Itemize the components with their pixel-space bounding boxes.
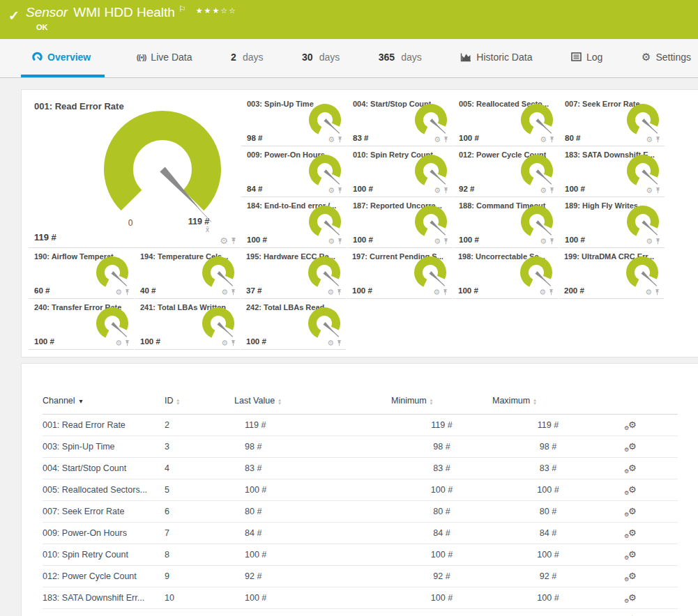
pin-icon[interactable] — [549, 238, 555, 245]
gauge-tile[interactable]: 194: Temperature Cels... 40 # ⚙ — [135, 248, 240, 299]
tab-2-days[interactable]: 2 days — [224, 39, 270, 77]
gear-icon[interactable]: ⚙ — [115, 288, 122, 296]
gear-icon[interactable]: ⚙ — [540, 238, 547, 245]
gauge-tile[interactable]: 009: Power-On Hours 84 # ⚙ — [241, 146, 347, 197]
pin-icon[interactable] — [124, 288, 130, 296]
gear-icon[interactable]: ⚙ — [115, 339, 122, 347]
gear-icon[interactable]: ⚙ — [539, 288, 546, 296]
channel-name[interactable]: 003: Spin-Up Time — [43, 436, 165, 458]
gauge-tile[interactable]: 198: Uncorrectable Se... 100 # ⚙ — [453, 248, 558, 299]
gear-icon[interactable]: ⚙ — [434, 136, 441, 144]
pin-icon[interactable] — [337, 238, 343, 245]
gear-icon[interactable]: ⚙ — [328, 136, 335, 144]
pin-icon[interactable] — [654, 288, 660, 296]
channel-settings-icon[interactable]: ⚙⚙ — [625, 442, 637, 451]
channel-settings-icon[interactable]: ⚙⚙ — [625, 571, 637, 580]
gauge-tile[interactable]: 183: SATA Downshift E... 100 # ⚙ — [559, 146, 665, 197]
gear-icon[interactable]: ⚙ — [646, 238, 653, 245]
gear-icon[interactable]: ⚙ — [328, 238, 335, 245]
channel-settings-icon[interactable]: ⚙⚙ — [625, 550, 637, 559]
gear-icon[interactable]: ⚙ — [327, 339, 334, 347]
gauge-tile[interactable]: 188: Command Timeout 100 # ⚙ — [453, 197, 559, 248]
gauge-tile[interactable]: 195: Hardware ECC Re... 37 # ⚙ — [241, 248, 346, 299]
tab-log[interactable]: Log — [564, 39, 609, 77]
gauge-tile[interactable]: 004: Start/Stop Count 83 # ⚙ — [347, 95, 453, 146]
flag-icon[interactable]: ⚐ — [179, 4, 186, 14]
col-header-maximum[interactable]: Maximum▴▾ — [492, 392, 604, 415]
gauge-tile[interactable]: 005: Reallocated Secto... 100 # ⚙ — [453, 95, 559, 146]
gear-icon[interactable]: ⚙ — [434, 238, 441, 245]
pin-icon[interactable] — [337, 136, 343, 144]
tab-365-days[interactable]: 365 days — [372, 39, 429, 77]
tab-overview[interactable]: Overview — [21, 39, 105, 77]
pin-icon[interactable] — [337, 187, 343, 194]
gear-icon[interactable]: ⚙ — [327, 288, 334, 296]
col-header-minimum[interactable]: Minimum▴▾ — [391, 392, 492, 415]
gauge-tile[interactable]: 012: Power Cycle Count 92 # ⚙ — [453, 146, 559, 197]
channel-name[interactable]: 183: SATA Downshift Err... — [43, 587, 165, 609]
gear-icon[interactable]: ⚙ — [221, 288, 228, 296]
col-header-channel[interactable]: Channel▾ — [43, 392, 165, 415]
tab-settings[interactable]: ⚙ Settings — [635, 39, 698, 77]
channel-settings-icon[interactable]: ⚙⚙ — [625, 528, 637, 537]
channel-name[interactable]: 009: Power-On Hours — [43, 523, 165, 544]
pin-icon[interactable] — [442, 288, 448, 296]
gear-icon[interactable]: ⚙ — [434, 187, 441, 194]
gear-icon[interactable]: ⚙ — [646, 136, 653, 144]
channel-name[interactable]: 004: Start/Stop Count — [43, 458, 165, 479]
channel-settings-icon[interactable]: ⚙⚙ — [625, 485, 637, 494]
gauge-tile[interactable]: 242: Total LBAs Read 100 # ⚙ — [241, 299, 346, 350]
gauge-tile[interactable]: 241: Total LBAs Written 100 # ⚙ — [135, 299, 240, 350]
channel-name[interactable]: 001: Read Error Rate — [43, 415, 165, 436]
gauge-tile[interactable]: 007: Seek Error Rate 80 # ⚙ — [559, 95, 665, 146]
gear-icon[interactable]: ⚙ — [328, 187, 335, 194]
channel-name[interactable]: 007: Seek Error Rate — [43, 501, 165, 523]
gear-icon[interactable]: ⚙ — [540, 136, 547, 144]
gear-icon[interactable]: ⚙ — [220, 236, 228, 245]
col-header-id[interactable]: ID▴▾ — [165, 392, 234, 415]
pin-icon[interactable] — [230, 288, 236, 296]
priority-stars[interactable]: ★★★☆☆ — [196, 6, 237, 15]
pin-icon[interactable] — [655, 238, 661, 245]
pin-icon[interactable] — [655, 187, 661, 194]
gear-icon[interactable]: ⚙ — [221, 339, 228, 347]
gauge-tile[interactable]: 189: High Fly Writes 100 # ⚙ — [559, 197, 665, 248]
pin-icon[interactable] — [443, 136, 449, 144]
tab-30-days[interactable]: 30 days — [295, 39, 347, 77]
channel-name[interactable]: 005: Reallocated Sectors... — [43, 479, 165, 501]
tab-live-data[interactable]: ((•)) Live Data — [130, 39, 199, 77]
gauge-tile[interactable]: 184: End-to-End error /... 100 # ⚙ — [241, 197, 347, 248]
channel-settings-icon[interactable]: ⚙⚙ — [625, 463, 637, 472]
channel-name[interactable]: 184: End-to-End error / IO... — [43, 609, 165, 616]
pin-icon[interactable] — [230, 339, 236, 347]
col-header-last-value[interactable]: Last Value▴▾ — [234, 392, 391, 415]
gear-icon[interactable]: ⚙ — [645, 288, 652, 296]
channel-settings-icon[interactable]: ⚙⚙ — [625, 420, 637, 429]
pin-icon[interactable] — [655, 136, 661, 144]
gauge-tile[interactable]: 199: UltraDMA CRC Err... 200 # ⚙ — [559, 248, 664, 299]
gauge-tile[interactable]: 240: Transfer Error Rate 100 # ⚙ — [29, 299, 134, 350]
pin-icon[interactable] — [549, 187, 555, 194]
pin-icon[interactable] — [443, 238, 449, 245]
channel-settings-icon[interactable]: ⚙⚙ — [625, 507, 637, 516]
pin-icon[interactable] — [443, 187, 449, 194]
channel-name[interactable]: 012: Power Cycle Count — [43, 566, 165, 587]
gauge-tile[interactable]: 197: Current Pending S... 100 # ⚙ — [347, 248, 452, 299]
channel-settings-icon[interactable]: ⚙⚙ — [625, 593, 637, 602]
pin-icon[interactable] — [336, 288, 342, 296]
pin-icon[interactable] — [230, 237, 237, 245]
pin-icon[interactable] — [548, 288, 554, 296]
pin-icon[interactable] — [549, 136, 555, 144]
gear-icon[interactable]: ⚙ — [540, 187, 547, 194]
pin-icon[interactable] — [124, 339, 130, 347]
tab-historic-data[interactable]: Historic Data — [453, 39, 539, 77]
gear-icon[interactable]: ⚙ — [646, 187, 653, 194]
gauge-tile[interactable]: 010: Spin Retry Count 100 # ⚙ — [347, 146, 453, 197]
gauge-tile[interactable]: 003: Spin-Up Time 98 # ⚙ — [241, 95, 347, 146]
gauge-tile[interactable]: 190: Airflow Temperat... 60 # ⚙ — [29, 248, 134, 299]
pin-icon[interactable] — [336, 339, 342, 347]
channel-name[interactable]: 010: Spin Retry Count — [43, 544, 165, 566]
gauge-tile[interactable]: 187: Reported Uncorre... 100 # ⚙ — [347, 197, 453, 248]
main-gauge-tile[interactable]: 001: Read Error Rate x̄ 0 119 # 119 # ⚙ — [29, 95, 241, 248]
gear-icon[interactable]: ⚙ — [433, 288, 440, 296]
